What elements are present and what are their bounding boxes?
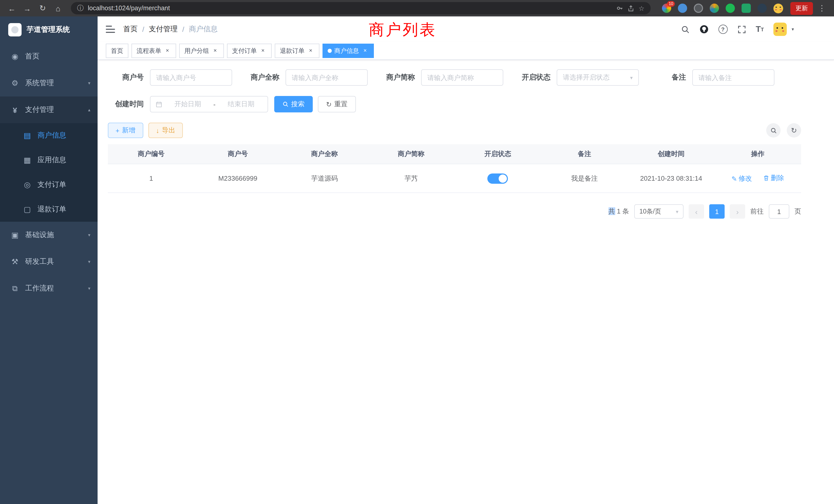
create-time-range-picker[interactable]: 开始日期 - 结束日期 [150, 96, 268, 112]
address-bar[interactable]: ⓘ localhost:1024/pay/merchant ☆ [71, 2, 651, 14]
next-page-button[interactable]: › [730, 204, 745, 219]
browser-profile-avatar[interactable] [773, 3, 783, 13]
page-1-button[interactable]: 1 [709, 204, 725, 219]
delete-label: 删除 [771, 174, 784, 183]
dashboard-icon: ◉ [10, 52, 20, 61]
sidebar-item-label: 系统管理 [25, 78, 54, 88]
cell-remark: 我是备注 [541, 164, 628, 193]
date-separator: - [213, 100, 216, 108]
reset-icon: ↻ [326, 100, 332, 108]
search-form-row-2: 创建时间 开始日期 - 结束日期 搜索 [108, 96, 801, 112]
github-icon[interactable] [699, 25, 708, 34]
extension-icon-4[interactable] [710, 4, 719, 13]
search-icon[interactable] [681, 25, 689, 33]
sidebar-item-workflow[interactable]: ⧉ 工作流程 ▾ [0, 275, 97, 302]
column-header: 创建时间 [628, 144, 715, 164]
reset-button[interactable]: ↻ 重置 [318, 96, 356, 112]
form-item-remark: 备注 [650, 69, 774, 86]
sidebar: 芋道管理系统 ◉ 首页 ⚙ 系统管理 ▾ ¥ 支付管理 ▴ [0, 17, 97, 504]
record-circle-icon: ◎ [23, 180, 32, 189]
credit-card-icon: ▤ [23, 131, 32, 140]
breadcrumb-item-current: 商户信息 [189, 25, 218, 34]
user-avatar[interactable] [774, 23, 787, 36]
edit-icon: ✎ [731, 175, 737, 183]
tab-label: 流程表单 [137, 46, 161, 55]
prev-page-button[interactable]: ‹ [689, 204, 704, 219]
extension-icon-7[interactable] [758, 4, 767, 13]
sidebar-item-pay-order[interactable]: ◎ 支付订单 [0, 173, 97, 197]
remark-input[interactable] [692, 69, 774, 86]
merchant-full-name-input[interactable] [286, 69, 368, 86]
font-size-icon[interactable]: TT [756, 25, 764, 34]
sidebar-item-home[interactable]: ◉ 首页 [0, 43, 97, 70]
bookmark-star-icon[interactable]: ☆ [639, 4, 644, 12]
breadcrumb-separator: / [142, 25, 144, 33]
page-size-select[interactable]: 10条/页 ▾ [634, 204, 683, 219]
document-icon: ▢ [23, 205, 32, 214]
browser-reload-button[interactable]: ↻ [36, 2, 49, 15]
close-icon[interactable]: × [361, 47, 369, 54]
password-key-icon[interactable] [616, 5, 624, 12]
sidebar-item-infra[interactable]: ▣ 基础设施 ▾ [0, 222, 97, 248]
status-toggle[interactable] [488, 173, 508, 183]
close-icon[interactable]: × [212, 47, 219, 54]
app-frame: 芋道管理系统 ◉ 首页 ⚙ 系统管理 ▾ ¥ 支付管理 ▴ [0, 17, 834, 504]
export-button-label: 导出 [162, 126, 175, 135]
toggle-search-icon[interactable] [766, 123, 781, 138]
pagination-total: 共 1 条 [608, 207, 629, 216]
app-title: 芋道管理系统 [27, 25, 70, 35]
close-icon[interactable]: × [164, 47, 171, 54]
merchant-no-input[interactable] [150, 69, 232, 86]
column-header: 商户全称 [281, 144, 368, 164]
sidebar-item-merchant-info[interactable]: ▤ 商户信息 [0, 123, 97, 148]
delete-link[interactable]: 删除 [763, 174, 784, 183]
refresh-icon[interactable]: ↻ [787, 123, 801, 138]
merchant-short-name-input[interactable] [421, 69, 503, 86]
tab-refund-order[interactable]: 退款订单 × [275, 44, 320, 58]
browser-update-button[interactable]: 更新 [790, 2, 813, 15]
browser-back-button[interactable]: ← [5, 2, 19, 15]
fullscreen-icon[interactable] [737, 25, 746, 33]
sidebar-item-devtools[interactable]: ⚒ 研发工具 ▾ [0, 248, 97, 275]
edit-label: 修改 [739, 174, 752, 183]
sidebar-item-system[interactable]: ⚙ 系统管理 ▾ [0, 70, 97, 96]
help-icon[interactable]: ? [718, 25, 727, 34]
grid-icon: ▦ [23, 156, 32, 165]
extension-icon-1[interactable]: 10 [662, 4, 671, 13]
breadcrumb-item-payment[interactable]: 支付管理 [149, 25, 178, 34]
export-button[interactable]: ↓ 导出 [148, 123, 183, 138]
sidebar-item-app-info[interactable]: ▦ 应用信息 [0, 148, 97, 173]
column-header: 商户号 [195, 144, 281, 164]
calendar-icon [156, 101, 162, 108]
toolbox-icon: ⚒ [10, 257, 20, 266]
goto-page-input[interactable] [769, 204, 789, 219]
browser-forward-button[interactable]: → [21, 2, 34, 15]
share-icon[interactable] [628, 5, 635, 12]
extension-icon-2[interactable] [678, 4, 687, 13]
extension-icon-6[interactable] [742, 4, 751, 13]
add-button[interactable]: + 新增 [108, 123, 143, 138]
trash-icon [763, 175, 769, 181]
tab-user-group[interactable]: 用户分组 × [179, 44, 224, 58]
breadcrumb-item-home[interactable]: 首页 [123, 25, 138, 34]
browser-home-button[interactable]: ⌂ [51, 2, 65, 15]
tab-home[interactable]: 首页 [106, 44, 128, 58]
tab-pay-order[interactable]: 支付订单 × [227, 44, 272, 58]
close-icon[interactable]: × [259, 47, 266, 54]
browser-menu-icon[interactable]: ⋮ [815, 4, 829, 13]
sidebar-fold-icon[interactable] [106, 26, 115, 33]
merchant-table: 商户编号 商户号 商户全称 商户简称 开启状态 备注 创建时间 操作 1 [108, 144, 801, 193]
extension-icon-3[interactable] [694, 4, 703, 13]
tab-process-form[interactable]: 流程表单 × [131, 44, 176, 58]
close-icon[interactable]: × [307, 47, 314, 54]
search-button[interactable]: 搜索 [274, 96, 313, 112]
status-select[interactable]: 请选择开启状态 ▾ [557, 69, 639, 86]
tab-merchant-info[interactable]: 商户信息 × [323, 44, 374, 58]
extensions-cluster: 10 [662, 3, 783, 13]
sidebar-item-label: 工作流程 [25, 284, 54, 293]
edit-link[interactable]: ✎ 修改 [731, 174, 752, 183]
sidebar-item-refund-order[interactable]: ▢ 退款订单 [0, 197, 97, 222]
sidebar-item-payment[interactable]: ¥ 支付管理 ▴ [0, 96, 97, 123]
extension-icon-5[interactable] [726, 4, 735, 13]
site-info-icon[interactable]: ⓘ [77, 4, 84, 13]
